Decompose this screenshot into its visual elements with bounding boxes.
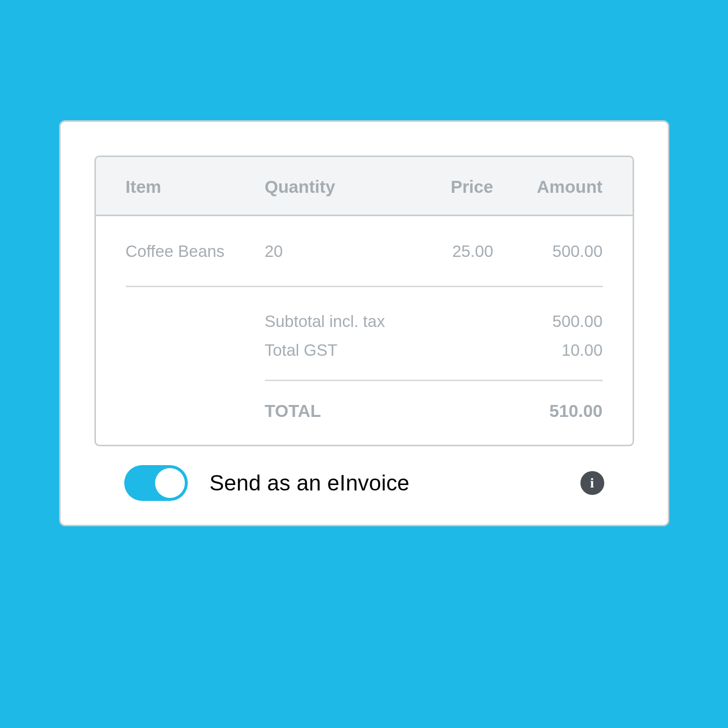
table-row: Coffee Beans 20 25.00 500.00 xyxy=(126,216,603,287)
summary-value: 500.00 xyxy=(434,312,603,331)
col-header-item: Item xyxy=(126,177,265,197)
cell-price: 25.00 xyxy=(384,242,493,261)
einvoice-toggle[interactable] xyxy=(124,465,188,501)
col-header-amount: Amount xyxy=(493,177,603,197)
toggle-knob xyxy=(155,468,185,498)
total-label: TOTAL xyxy=(265,401,434,421)
col-header-price: Price xyxy=(384,177,493,197)
summary-label: Total GST xyxy=(265,341,434,360)
col-header-quantity: Quantity xyxy=(265,177,384,197)
summary-value: 10.00 xyxy=(434,341,603,360)
table-header-row: Item Quantity Price Amount xyxy=(96,157,633,216)
table-body: Coffee Beans 20 25.00 500.00 xyxy=(96,216,633,287)
cell-item: Coffee Beans xyxy=(126,242,265,261)
info-icon[interactable]: i xyxy=(580,471,604,495)
card-footer: Send as an eInvoice i xyxy=(94,465,634,501)
invoice-card: Item Quantity Price Amount Coffee Beans … xyxy=(59,120,669,526)
summary-row-gst: Total GST 10.00 xyxy=(126,336,603,365)
total-value: 510.00 xyxy=(434,401,603,421)
summary-section: Subtotal incl. tax 500.00 Total GST 10.0… xyxy=(96,287,633,445)
total-row: TOTAL 510.00 xyxy=(126,381,603,421)
cell-amount: 500.00 xyxy=(493,242,603,261)
line-items-table: Item Quantity Price Amount Coffee Beans … xyxy=(94,156,634,446)
summary-row-subtotal: Subtotal incl. tax 500.00 xyxy=(126,307,603,336)
summary-label: Subtotal incl. tax xyxy=(265,312,434,331)
cell-quantity: 20 xyxy=(265,242,384,261)
einvoice-toggle-label: Send as an eInvoice xyxy=(210,471,580,495)
